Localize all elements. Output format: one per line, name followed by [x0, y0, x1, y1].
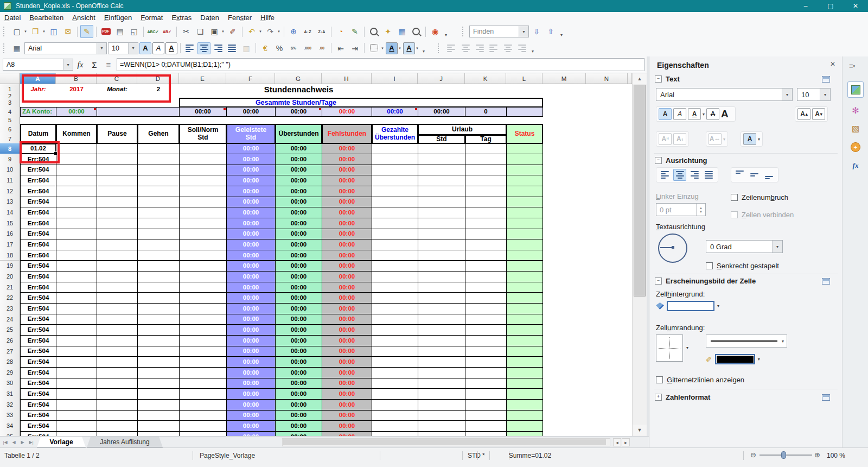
cell-D32[interactable]: [137, 399, 180, 411]
cell-L25[interactable]: [506, 324, 543, 336]
cell-I28[interactable]: [372, 356, 418, 368]
row-header-13[interactable]: 13: [0, 197, 20, 208]
cell-F35[interactable]: 00:00: [226, 431, 276, 436]
cell-A13[interactable]: Err:504: [20, 197, 56, 208]
cell-E15[interactable]: [179, 218, 227, 229]
functions-tab[interactable]: fx: [847, 157, 864, 174]
sidebar-italic-button[interactable]: A: [673, 108, 686, 120]
cell-G35[interactable]: 00:00: [275, 431, 322, 436]
cell-F21[interactable]: 00:00: [226, 282, 276, 293]
cell-G8[interactable]: 00:00: [275, 143, 322, 154]
cell-I25[interactable]: [372, 324, 418, 336]
cell-B30[interactable]: [56, 378, 97, 389]
row-header-19[interactable]: 19: [0, 261, 20, 272]
cell-F17[interactable]: 00:00: [226, 239, 276, 250]
cell-E16[interactable]: [179, 229, 227, 240]
cell-B15[interactable]: [56, 218, 97, 229]
cell-E28[interactable]: [179, 356, 227, 368]
cell-F28[interactable]: 00:00: [226, 356, 276, 368]
cell-A30[interactable]: Err:504: [20, 378, 56, 389]
cell-E23[interactable]: [179, 303, 227, 314]
cell-G13[interactable]: 00:00: [275, 197, 322, 208]
cell-J32[interactable]: [418, 399, 465, 411]
cell-C24[interactable]: [97, 314, 138, 325]
cell-K17[interactable]: [465, 239, 507, 250]
cell-C20[interactable]: [97, 271, 138, 282]
edit-mode-icon[interactable]: ✎: [80, 25, 93, 38]
cell-I16[interactable]: [372, 229, 418, 240]
cell-L9[interactable]: [506, 154, 543, 165]
chevron-down-icon[interactable]: ▾: [758, 137, 760, 142]
merge-cells-checkbox[interactable]: Zellen verbinden: [731, 211, 794, 219]
toolbar-overflow-object-align[interactable]: ▾: [529, 41, 536, 55]
border-preview[interactable]: [656, 335, 683, 362]
gallery-icon[interactable]: ▦: [395, 25, 409, 38]
cell-H23[interactable]: 00:00: [322, 303, 372, 314]
cell-H13[interactable]: 00:00: [322, 197, 372, 208]
open-icon[interactable]: ❐: [29, 25, 42, 38]
cell-L21[interactable]: [506, 282, 543, 293]
cell-E8[interactable]: [179, 143, 227, 154]
cell-L18[interactable]: [506, 250, 543, 261]
shadow-font-button[interactable]: A: [721, 108, 733, 120]
row-header-28[interactable]: 28: [0, 356, 20, 368]
cell-I9[interactable]: [372, 154, 418, 165]
chevron-down-icon[interactable]: ▾: [63, 59, 73, 70]
cell-background-control[interactable]: ▾: [656, 301, 719, 311]
cell-J4[interactable]: 00:00: [418, 107, 465, 117]
hyperlink-icon[interactable]: ⊕: [287, 25, 300, 38]
cell-B4[interactable]: 00:00: [56, 107, 97, 117]
cell-K19[interactable]: [465, 261, 507, 272]
function-wizard-button[interactable]: fx: [73, 58, 87, 71]
draw-functions-icon[interactable]: ✎: [348, 25, 361, 38]
align-middle-button[interactable]: [748, 169, 761, 181]
cell-B35[interactable]: [56, 431, 97, 436]
cell-F4[interactable]: 00:00: [226, 107, 276, 117]
zoom-icon[interactable]: [410, 25, 423, 38]
cell-K26[interactable]: [465, 335, 507, 346]
cell-A23[interactable]: Err:504: [20, 303, 56, 314]
print-icon[interactable]: ▤: [113, 25, 126, 38]
cell-H26[interactable]: 00:00: [322, 335, 372, 346]
cell-C31[interactable]: [97, 388, 138, 400]
borders-icon[interactable]: [367, 42, 380, 55]
cell-E14[interactable]: [179, 207, 227, 218]
row-header-7[interactable]: 7: [0, 135, 20, 144]
cell-D22[interactable]: [137, 292, 180, 304]
cell-L32[interactable]: [506, 399, 543, 411]
row-header-8[interactable]: 8: [0, 143, 20, 154]
cell-C35[interactable]: [97, 431, 138, 436]
cell-F22[interactable]: 00:00: [226, 292, 276, 304]
sidebar-font-size-select[interactable]: 10 ▾: [797, 88, 831, 101]
chevron-down-icon[interactable]: ▾: [703, 112, 705, 117]
cell-H18[interactable]: 00:00: [322, 250, 372, 261]
column-header-B[interactable]: B: [56, 73, 97, 84]
cell-E35[interactable]: [179, 431, 227, 436]
collapse-icon[interactable]: −: [655, 75, 662, 83]
cell-K9[interactable]: [465, 154, 507, 165]
cell-C16[interactable]: [97, 229, 138, 240]
cell-J29[interactable]: [418, 367, 465, 378]
cell-G34[interactable]: 00:00: [275, 420, 322, 432]
align-objects-right-icon[interactable]: [473, 42, 486, 54]
cell-E17[interactable]: [179, 239, 227, 250]
cell-C4[interactable]: [97, 107, 180, 117]
cell-A15[interactable]: Err:504: [20, 218, 56, 229]
cell-J12[interactable]: [418, 186, 465, 197]
row-header-16[interactable]: 16: [0, 229, 20, 240]
cell-B25[interactable]: [56, 324, 97, 336]
cell-L11[interactable]: [506, 175, 543, 186]
page-style[interactable]: PageStyle_Vorlage: [200, 452, 255, 459]
cell-A24[interactable]: Err:504: [20, 314, 56, 325]
cell-D31[interactable]: [137, 388, 180, 400]
cell-J35[interactable]: [418, 431, 465, 436]
section-number-format[interactable]: + Zahlenformat: [655, 393, 710, 401]
cell-J8[interactable]: [418, 143, 465, 154]
cell-G18[interactable]: 00:00: [275, 250, 322, 261]
cell-D9[interactable]: [137, 154, 180, 165]
cell-J15[interactable]: [418, 218, 465, 229]
menu-extras[interactable]: Extras: [167, 12, 196, 23]
cell-L4[interactable]: [506, 107, 543, 117]
cell-C11[interactable]: [97, 175, 138, 186]
row-header-30[interactable]: 30: [0, 378, 20, 389]
